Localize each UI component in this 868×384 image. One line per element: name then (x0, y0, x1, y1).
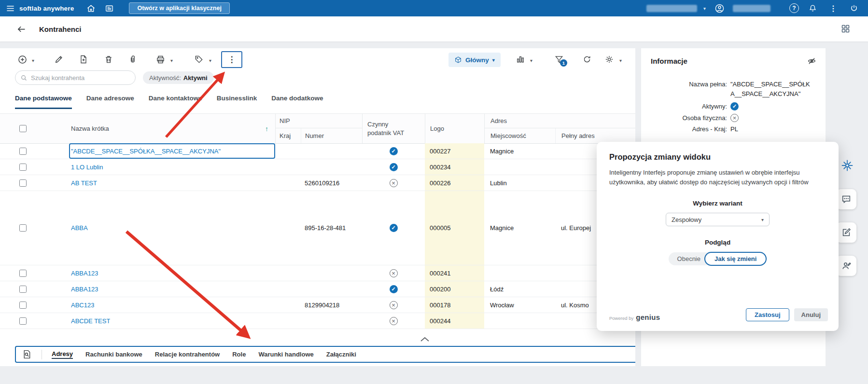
name-cell[interactable]: ABBA123 (69, 265, 275, 281)
settings-gear-icon[interactable] (604, 55, 614, 64)
column-header-numer[interactable]: Numer (301, 128, 362, 143)
search-field[interactable] (15, 70, 136, 85)
hide-panel-eye-off-icon[interactable] (807, 56, 817, 66)
more-options-icon[interactable]: ⋮ (826, 1, 840, 15)
chart-icon[interactable] (516, 55, 525, 64)
preview-label: Podgląd (609, 239, 826, 246)
section-tab-rachunki-bankowe[interactable]: Rachunki bankowe (85, 351, 142, 358)
row-checkbox[interactable] (19, 148, 27, 155)
row-checkbox[interactable] (19, 164, 27, 171)
settings-chevron-icon[interactable]: ▾ (619, 58, 622, 63)
table-row[interactable]: ABC123 8129904218 000178 Wrocław ul. Kos… (0, 297, 635, 313)
row-checkbox[interactable] (19, 224, 27, 232)
table-row[interactable]: 1 LO Lublin 000234 (0, 159, 635, 175)
apply-button[interactable]: Zastosuj (746, 308, 789, 321)
table-row[interactable]: ABBA123 000241 (0, 265, 635, 281)
dialog-title: Propozycja zmiany widoku (609, 152, 826, 162)
help-icon[interactable]: ? (789, 3, 799, 13)
name-cell[interactable]: ABBA123 (69, 281, 275, 297)
logout-power-icon[interactable] (847, 1, 861, 15)
tag-icon[interactable] (194, 55, 204, 64)
field-label: Adres - Kraj: (641, 125, 727, 133)
search-input[interactable] (31, 74, 130, 82)
chat-icon[interactable] (836, 189, 856, 209)
row-checkbox[interactable] (19, 270, 27, 277)
news-icon[interactable] (102, 1, 116, 15)
tab-dane-adresowe[interactable]: Dane adresowe (86, 95, 134, 109)
activity-filter-chip[interactable]: Aktywność: Aktywni (143, 71, 214, 84)
tab-dane-podstawowe[interactable]: Dane podstawowe (15, 95, 72, 109)
hamburger-menu-icon[interactable] (3, 1, 17, 15)
row-checkbox[interactable] (19, 302, 27, 309)
variant-select[interactable]: Zespołowy ▾ (666, 213, 770, 226)
tab-businesslink[interactable]: Businesslink (217, 95, 257, 109)
user-avatar-icon[interactable] (712, 1, 727, 15)
row-checkbox[interactable] (19, 179, 27, 187)
field-label: Osoba fizyczna: (641, 114, 727, 122)
name-cell[interactable]: ABCDE TEST (69, 313, 275, 329)
contact-icon[interactable] (836, 256, 856, 276)
cancel-button[interactable]: Anuluj (794, 308, 828, 321)
tab-dane-kontaktowe[interactable]: Dane kontaktowe (149, 95, 202, 109)
vat-active-check-icon (390, 147, 398, 155)
segment-changed-button[interactable]: Jak się zmieni (704, 252, 767, 266)
print-icon[interactable] (155, 55, 166, 65)
chart-chevron-icon[interactable]: ▾ (530, 58, 532, 63)
chevron-down-icon[interactable]: ▾ (703, 6, 706, 11)
notifications-bell-icon[interactable] (805, 1, 820, 15)
layout-grid-icon[interactable] (840, 24, 851, 34)
filter-icon[interactable]: 1 (554, 55, 564, 64)
table-row[interactable]: AB TEST 5260109216 000226 Lublin (0, 175, 635, 191)
redacted-company-selector[interactable] (646, 5, 697, 12)
vat-active-check-icon (390, 285, 398, 293)
print-chevron-icon[interactable]: ▾ (170, 58, 173, 63)
edit-note-icon[interactable] (836, 222, 856, 243)
name-cell[interactable]: AB TEST (69, 175, 275, 191)
active-check-icon (730, 102, 739, 110)
section-tab-zalaczniki[interactable]: Załączniki (326, 351, 356, 358)
delete-icon[interactable] (104, 55, 113, 64)
table-row[interactable]: "ABCDE__SPACE__SPÓŁKA__SPACE__AKCYJNA" 0… (0, 143, 635, 159)
name-cell[interactable]: ABC123 (69, 297, 275, 313)
column-header-czynny[interactable]: Czynny (362, 114, 425, 128)
ai-sparkle-icon[interactable] (839, 157, 855, 174)
table-row[interactable]: ABBA 895-16-28-481 000005 Magnice ul. Eu… (0, 191, 635, 265)
section-tab-warunki-handlowe[interactable]: Warunki handlowe (258, 351, 313, 358)
row-checkbox[interactable] (19, 317, 27, 325)
column-header-kraj[interactable]: Kraj (275, 128, 301, 143)
add-icon[interactable] (17, 55, 28, 65)
edit-icon[interactable] (54, 55, 64, 64)
attachment-icon[interactable] (128, 55, 138, 64)
column-header-logo[interactable]: Logo (425, 114, 484, 143)
refresh-icon[interactable] (582, 55, 592, 64)
back-arrow-icon[interactable] (16, 24, 27, 34)
row-checkbox[interactable] (19, 286, 27, 293)
name-cell[interactable]: 1 LO Lublin (69, 159, 275, 175)
name-cell-focused[interactable]: "ABCDE__SPACE__SPÓŁKA__SPACE__AKCYJNA" (69, 143, 275, 159)
collapse-chevron-up-icon[interactable] (419, 336, 431, 343)
section-tab-relacje-kontrahentow[interactable]: Relacje kontrahentów (155, 351, 220, 358)
add-chevron-icon[interactable]: ▾ (32, 58, 34, 63)
section-tab-adresy[interactable]: Adresy (52, 350, 73, 359)
name-cell[interactable]: ABBA (69, 191, 275, 265)
tab-dane-dodatkowe[interactable]: Dane dodatkowe (271, 95, 323, 109)
more-actions-button[interactable]: ⋮ (221, 51, 242, 68)
section-tab-role[interactable]: Role (232, 351, 246, 358)
select-all-checkbox[interactable] (19, 125, 27, 132)
tag-chevron-icon[interactable]: ▾ (209, 58, 211, 63)
column-header-name[interactable]: Nazwa krótka↑ (69, 114, 275, 143)
view-selector-button[interactable]: Główny ▾ (448, 53, 501, 67)
field-value-country: PL (730, 125, 738, 133)
document-search-icon[interactable] (22, 349, 32, 359)
column-header-pelny-adres[interactable]: Pełny adres (555, 128, 635, 143)
powered-by-genius: Powered by genius (609, 313, 660, 321)
open-classic-app-button[interactable]: Otwórz w aplikacji klasycznej (129, 2, 229, 14)
table-row[interactable]: ABBA123 000200 Łódź (0, 281, 635, 297)
add-document-icon[interactable] (79, 55, 88, 64)
column-header-podatnik-vat[interactable]: podatnik VAT (362, 128, 425, 143)
table-row[interactable]: ABCDE TEST 000244 (0, 313, 635, 329)
column-header-miejscowosc[interactable]: Miejscowość (484, 128, 555, 143)
column-header-nip[interactable]: NIP (275, 114, 362, 128)
home-icon[interactable] (84, 1, 98, 15)
column-header-adres[interactable]: Adres (484, 114, 635, 128)
